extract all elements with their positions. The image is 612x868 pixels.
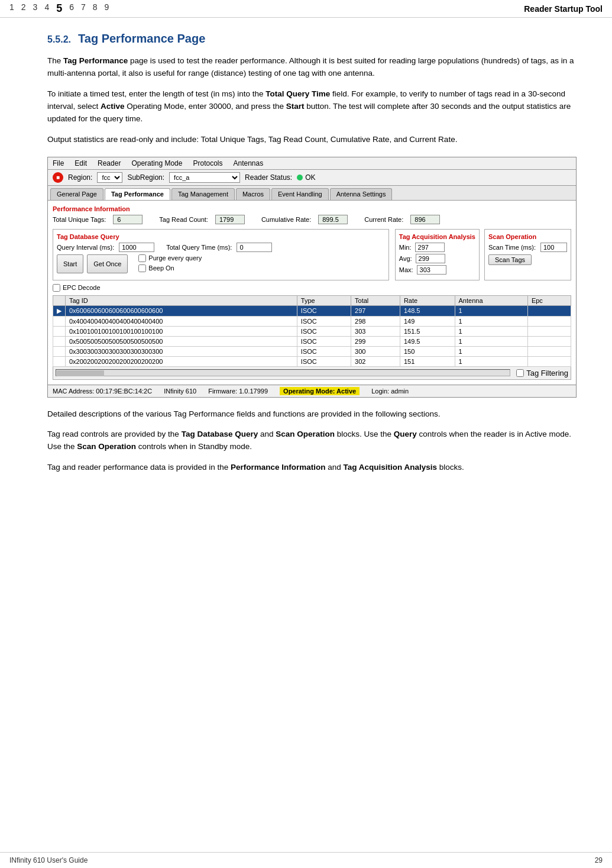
min-input[interactable] [415, 243, 445, 252]
cell-antenna: 1 [455, 346, 527, 356]
menu-file[interactable]: File [53, 159, 64, 167]
cell-epc [527, 316, 571, 326]
epc-decode-label: EPC Decode [63, 284, 101, 291]
cell-type: ISOC [297, 356, 351, 366]
nav-3[interactable]: 3 [33, 2, 38, 15]
epc-decode-row: EPC Decode [53, 284, 571, 292]
nav-5-active[interactable]: 5 [56, 2, 62, 15]
table-row[interactable]: ▶ 0x600600600600600600600600 ISOC 297 14… [53, 305, 571, 316]
logo-button[interactable]: ■ [53, 172, 63, 183]
tab-tag-management[interactable]: Tag Management [171, 188, 235, 200]
menu-reader[interactable]: Reader [98, 159, 121, 167]
menu-antennas[interactable]: Antennas [233, 159, 263, 167]
menu-edit[interactable]: Edit [75, 159, 87, 167]
tag-filtering-checkbox[interactable] [516, 369, 524, 377]
table-row[interactable]: 0x300300300300300300300300 ISOC 300 150 … [53, 346, 571, 356]
start-button[interactable]: Start [57, 254, 83, 273]
cell-tag-id: 0x600600600600600600600600 [66, 305, 297, 316]
avg-input[interactable] [416, 254, 445, 263]
buttons-and-checkboxes: Start Get Once Purge every query [57, 254, 385, 273]
horizontal-scrollbar[interactable] [56, 369, 510, 376]
nav-7[interactable]: 7 [81, 2, 86, 15]
max-input[interactable] [417, 265, 446, 275]
nav-8[interactable]: 8 [93, 2, 98, 15]
avg-row: Avg: [399, 254, 475, 263]
nav-2[interactable]: 2 [21, 2, 26, 15]
cell-epc [527, 346, 571, 356]
cell-rate: 151.5 [400, 326, 455, 336]
scrollbar-thumb[interactable] [57, 370, 104, 376]
header-title: Reader Startup Tool [524, 4, 603, 14]
cell-total: 299 [351, 336, 400, 346]
perf-info-row: Total Unique Tags: 6 Tag Read Count: 179… [53, 215, 571, 224]
acq-section-label: Tag Acquisition Analysis [399, 233, 475, 240]
cell-epc [527, 356, 571, 366]
nav-1[interactable]: 1 [9, 2, 14, 15]
header: 1 2 3 4 5 6 7 8 9 Reader Startup Tool [0, 0, 612, 18]
footer-left: INfinity 610 User's Guide [9, 856, 88, 864]
query-interval-row: Query Interval (ms): Total Query Time (m… [57, 243, 385, 252]
total-query-time-input[interactable] [237, 243, 272, 252]
cell-arrow: ▶ [53, 305, 66, 316]
cell-type: ISOC [297, 336, 351, 346]
bold-query: Query [394, 430, 417, 438]
epc-decode-checkbox[interactable] [53, 284, 60, 292]
tag-read-count-label: Tag Read Count: [159, 216, 208, 223]
menu-protocols[interactable]: Protocols [193, 159, 222, 167]
reader-status-label: Reader Status: [245, 173, 292, 182]
purge-checkbox-row: Purge every query [138, 254, 202, 262]
table-row[interactable]: 0x400400400400400400400400 ISOC 298 149 … [53, 316, 571, 326]
cell-total: 303 [351, 326, 400, 336]
tab-general-page[interactable]: General Page [50, 188, 103, 200]
nav-9[interactable]: 9 [105, 2, 109, 15]
cell-antenna: 1 [455, 336, 527, 346]
nav-6[interactable]: 6 [69, 2, 74, 15]
data-table: Tag ID Type Total Rate Antenna Epc ▶ [53, 295, 571, 367]
region-select[interactable]: fcc [97, 172, 122, 183]
header-nav: 1 2 3 4 5 6 7 8 9 [9, 2, 109, 15]
tab-event-handling[interactable]: Event Handling [271, 188, 329, 200]
col-epc: Epc [527, 295, 571, 305]
nav-4[interactable]: 4 [44, 2, 49, 15]
intro-paragraph-3: Output statistics are read-only and incl… [47, 134, 577, 146]
main-content: 5.5.2. Tag Performance Page The Tag Perf… [0, 18, 612, 496]
query-section: Tag Database Query Query Interval (ms): … [53, 229, 389, 280]
min-row: Min: [399, 243, 475, 252]
beep-checkbox[interactable] [138, 264, 146, 272]
purge-checkbox[interactable] [138, 254, 146, 262]
bold-active: Active [101, 102, 125, 111]
cell-epc [527, 336, 571, 346]
bold-tag-performance: Tag Performance [63, 56, 128, 65]
region-label: Region: [68, 173, 92, 182]
col-type: Type [297, 295, 351, 305]
bold-tag-acquisition-analysis: Tag Acquisition Analysis [344, 463, 438, 472]
intro-paragraph-1: The Tag Performance page is used to test… [47, 55, 577, 80]
col-tag-id: Tag ID [66, 295, 297, 305]
app-body: Performance Information Total Unique Tag… [48, 201, 576, 385]
bold-performance-information: Performance Information [231, 463, 326, 472]
footer-right: 29 [595, 856, 603, 864]
app-menubar: File Edit Reader Operating Mode Protocol… [48, 157, 576, 170]
tab-antenna-settings[interactable]: Antenna Settings [330, 188, 393, 200]
table-row[interactable]: 0x500500500500500500500500 ISOC 299 149.… [53, 336, 571, 346]
cell-arrow [53, 316, 66, 326]
scan-tags-button[interactable]: Scan Tags [488, 254, 532, 265]
table-row[interactable]: 0x100100100100100100100100 ISOC 303 151.… [53, 326, 571, 336]
current-rate-label: Current Rate: [364, 216, 403, 223]
tab-tag-performance[interactable]: Tag Performance [105, 188, 170, 200]
menu-operating-mode[interactable]: Operating Mode [131, 159, 182, 167]
middle-section: Tag Database Query Query Interval (ms): … [53, 229, 571, 280]
subregion-select[interactable]: fcc_a [169, 172, 240, 183]
tab-macros[interactable]: Macros [236, 188, 270, 200]
scan-time-input[interactable] [540, 243, 567, 252]
status-model: INfinity 610 [164, 388, 196, 395]
query-interval-input[interactable] [119, 243, 154, 252]
total-unique-tags-label: Total Unique Tags: [53, 216, 106, 223]
query-interval-label: Query Interval (ms): [57, 244, 114, 251]
cell-rate: 149 [400, 316, 455, 326]
table-row[interactable]: 0x200200200200200200200200 ISOC 302 151 … [53, 356, 571, 366]
status-login: Login: admin [371, 388, 409, 395]
cell-type: ISOC [297, 305, 351, 316]
total-unique-tags-value: 6 [113, 215, 143, 224]
get-once-button[interactable]: Get Once [87, 254, 128, 273]
